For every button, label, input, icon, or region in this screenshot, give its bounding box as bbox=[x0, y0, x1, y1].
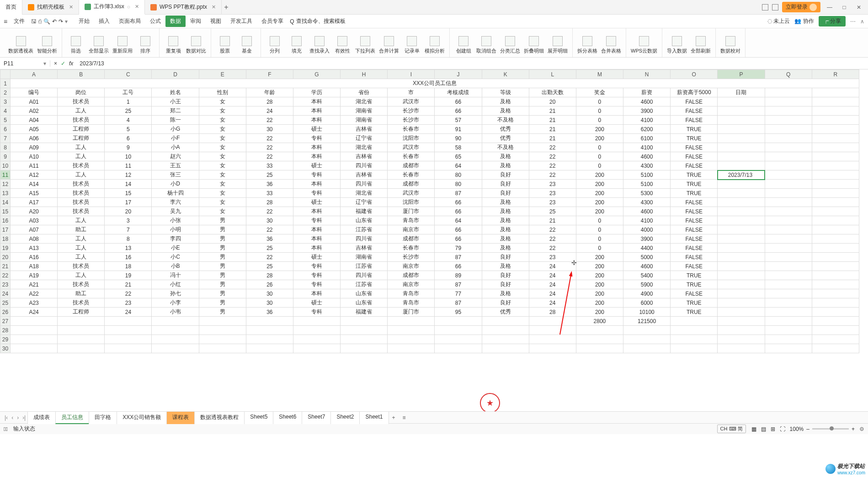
cell[interactable]: 女 bbox=[199, 170, 246, 180]
menu-tab[interactable]: 审阅 bbox=[186, 16, 206, 27]
cell[interactable]: 吉林省 bbox=[341, 152, 388, 161]
cell[interactable]: 技术员 bbox=[58, 116, 105, 125]
cell[interactable] bbox=[341, 326, 388, 335]
cell[interactable] bbox=[105, 326, 152, 335]
cell[interactable]: 及格 bbox=[482, 262, 529, 271]
cell[interactable]: 及格 bbox=[482, 97, 529, 106]
header-cell[interactable]: 奖金 bbox=[576, 88, 623, 97]
cell[interactable]: 硕士 bbox=[293, 298, 340, 308]
cell[interactable]: 优秀 bbox=[482, 308, 529, 317]
cell[interactable] bbox=[199, 326, 246, 335]
cell[interactable]: 青岛市 bbox=[388, 298, 435, 308]
row-header[interactable]: 10 bbox=[0, 161, 11, 170]
ribbon-button[interactable]: 折叠明细 bbox=[524, 36, 544, 57]
cell[interactable]: 福建省 bbox=[341, 308, 388, 317]
cell[interactable]: 本科 bbox=[293, 244, 340, 253]
cell[interactable]: 长春市 bbox=[388, 152, 435, 161]
cell[interactable]: 22 bbox=[529, 152, 576, 161]
cell[interactable] bbox=[765, 344, 812, 353]
ribbon-button[interactable]: 数据校对 bbox=[720, 36, 740, 57]
row-header[interactable]: 27 bbox=[0, 317, 11, 326]
row-header[interactable]: 30 bbox=[0, 344, 11, 353]
cell[interactable] bbox=[765, 253, 812, 262]
cell[interactable] bbox=[529, 326, 576, 335]
cell[interactable] bbox=[765, 326, 812, 335]
cell[interactable]: 25 bbox=[246, 244, 293, 253]
cell[interactable]: 武汉市 bbox=[388, 189, 435, 198]
cell[interactable]: 成都市 bbox=[388, 234, 435, 244]
cell[interactable]: 23 bbox=[529, 253, 576, 262]
cell[interactable]: 21 bbox=[529, 125, 576, 134]
cell[interactable]: 辽宁省 bbox=[341, 198, 388, 207]
ribbon-button[interactable]: 合并表格 bbox=[601, 36, 621, 57]
cell[interactable]: 山东省 bbox=[341, 298, 388, 308]
hamburger-icon[interactable]: ≡ bbox=[4, 18, 7, 25]
close-tab-icon[interactable]: ✕ bbox=[69, 4, 73, 10]
cell[interactable] bbox=[482, 326, 529, 335]
cell[interactable] bbox=[58, 335, 105, 344]
maximize-button[interactable]: □ bbox=[839, 2, 850, 13]
cell[interactable] bbox=[246, 326, 293, 335]
cell[interactable]: 女 bbox=[199, 152, 246, 161]
cell[interactable]: TRUE bbox=[671, 134, 718, 143]
cell[interactable]: 男 bbox=[199, 262, 246, 271]
cell[interactable]: 64 bbox=[435, 161, 482, 170]
cell[interactable] bbox=[812, 326, 859, 335]
cell[interactable]: 女 bbox=[199, 134, 246, 143]
cell[interactable]: 19 bbox=[105, 271, 152, 280]
header-cell[interactable]: 岗位 bbox=[58, 88, 105, 97]
cell[interactable]: 湖北省 bbox=[341, 143, 388, 152]
menu-tab[interactable]: 数据 bbox=[165, 16, 186, 27]
cell[interactable]: 专科 bbox=[293, 308, 340, 317]
cell[interactable] bbox=[718, 216, 765, 225]
cell[interactable]: TRUE bbox=[671, 271, 718, 280]
cell[interactable] bbox=[623, 326, 671, 335]
cell[interactable]: 5000 bbox=[623, 253, 671, 262]
row-header[interactable]: 21 bbox=[0, 262, 11, 271]
cell[interactable]: 男 bbox=[199, 271, 246, 280]
cell[interactable] bbox=[718, 143, 765, 152]
cell[interactable]: 小F bbox=[152, 134, 199, 143]
cell[interactable] bbox=[765, 180, 812, 189]
ribbon-button[interactable]: 导入数据 bbox=[667, 36, 687, 57]
ribbon-button[interactable]: 取消组合 bbox=[476, 36, 496, 57]
cell[interactable] bbox=[812, 262, 859, 271]
cell[interactable]: FALSE bbox=[671, 116, 718, 125]
cell[interactable]: 2800 bbox=[576, 317, 623, 326]
cell[interactable] bbox=[388, 317, 435, 326]
cell[interactable]: 33 bbox=[246, 189, 293, 198]
cell[interactable] bbox=[199, 344, 246, 353]
cell[interactable]: 200 bbox=[576, 125, 623, 134]
ribbon-button[interactable]: 排序 bbox=[136, 36, 154, 57]
cell[interactable] bbox=[765, 143, 812, 152]
cell[interactable]: FALSE bbox=[671, 216, 718, 225]
cell[interactable]: 4600 bbox=[623, 262, 671, 271]
cell[interactable]: 长沙市 bbox=[388, 116, 435, 125]
cell[interactable]: 男 bbox=[199, 253, 246, 262]
cell[interactable]: 4100 bbox=[623, 143, 671, 152]
cell[interactable]: 技术员 bbox=[58, 207, 105, 216]
cell[interactable]: A18 bbox=[11, 262, 58, 271]
row-header[interactable]: 16 bbox=[0, 216, 11, 225]
ribbon-button[interactable]: 数据透视表 bbox=[8, 36, 33, 57]
cell[interactable]: 0 bbox=[576, 244, 623, 253]
ime-indicator[interactable]: CH ⌨ 简 bbox=[717, 425, 746, 433]
cell[interactable] bbox=[11, 335, 58, 344]
title-cell[interactable]: XXX公司员工信息 bbox=[11, 79, 859, 88]
column-header[interactable]: G bbox=[293, 70, 340, 79]
cell[interactable] bbox=[623, 344, 671, 353]
cell[interactable]: 工程师 bbox=[58, 134, 105, 143]
cell[interactable]: 小A bbox=[152, 143, 199, 152]
ribbon-button[interactable]: 智能分析 bbox=[37, 36, 57, 57]
zoom-control[interactable]: 100%–+ bbox=[790, 426, 855, 432]
cell[interactable]: 山东省 bbox=[341, 216, 388, 225]
cell[interactable]: 66 bbox=[435, 198, 482, 207]
cell[interactable]: 女 bbox=[199, 180, 246, 189]
cell[interactable]: 沈阳市 bbox=[388, 134, 435, 143]
ribbon-button[interactable]: 下拉列表 bbox=[355, 36, 375, 57]
row-header[interactable]: 13 bbox=[0, 189, 11, 198]
chevron-down-icon[interactable]: ▾ bbox=[43, 60, 46, 67]
cell[interactable] bbox=[576, 344, 623, 353]
login-button[interactable]: 立即登录 bbox=[782, 2, 820, 12]
cell[interactable]: 良好 bbox=[482, 180, 529, 189]
